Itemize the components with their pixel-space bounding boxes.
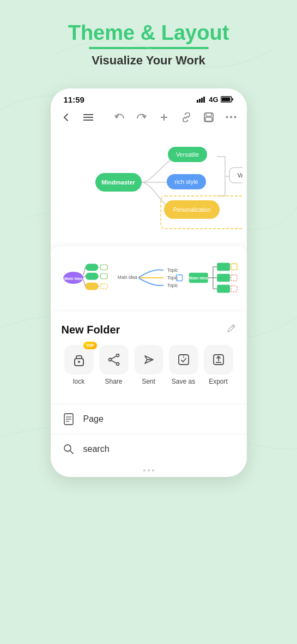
more-button[interactable] <box>225 110 238 125</box>
share-icon-wrap <box>99 345 129 374</box>
search-label: search <box>83 444 110 454</box>
layout-preview-curved[interactable]: Main idea Topic Topic Topic <box>113 256 183 300</box>
svg-rect-6 <box>221 98 230 102</box>
svg-line-65 <box>232 326 234 327</box>
redo-button[interactable] <box>135 110 149 125</box>
header-title: Theme & Layout <box>11 22 286 45</box>
svg-text:Main idea: Main idea <box>189 276 208 281</box>
export-icon-wrap <box>204 345 233 374</box>
svg-text:Main Idea: Main Idea <box>64 276 82 281</box>
svg-rect-62 <box>231 264 237 270</box>
mindmap-svg: Mindmaster Versatile rich style Personal… <box>55 130 243 240</box>
svg-rect-40 <box>100 284 107 289</box>
dot-3 <box>152 469 154 472</box>
action-lock[interactable]: VIP lock <box>64 345 94 385</box>
svg-point-69 <box>108 358 111 361</box>
page-icon <box>62 412 76 426</box>
svg-point-17 <box>230 116 232 118</box>
action-sent[interactable]: Sent <box>134 345 163 385</box>
svg-line-12 <box>185 116 187 118</box>
svg-point-81 <box>64 445 71 451</box>
vip-badge: VIP <box>83 342 97 349</box>
add-button[interactable] <box>157 110 171 125</box>
mindmap-area: Mindmaster Versatile rich style Personal… <box>55 130 243 240</box>
menu-item-page[interactable]: Page <box>51 404 247 434</box>
save-as-label: Save as <box>172 378 195 385</box>
svg-rect-59 <box>217 263 230 271</box>
back-button[interactable] <box>59 110 73 125</box>
svg-text:Various maps: Various maps <box>237 172 242 178</box>
svg-rect-39 <box>100 273 107 278</box>
svg-line-43 <box>83 279 86 286</box>
layout-preview-tree[interactable]: Main idea <box>188 256 238 300</box>
svg-rect-5 <box>232 98 233 100</box>
link-button[interactable] <box>180 110 193 125</box>
svg-point-67 <box>78 361 80 363</box>
layout-strip: Main Idea Main idea Topic <box>51 246 247 309</box>
dot-2 <box>148 469 150 472</box>
svg-rect-74 <box>179 355 189 365</box>
phone-mockup: 11:59 4G <box>51 88 247 477</box>
svg-text:Main idea: Main idea <box>118 275 137 280</box>
export-label: Export <box>209 378 228 385</box>
lock-label: lock <box>73 378 84 385</box>
svg-rect-0 <box>197 100 198 103</box>
dot-1 <box>143 469 146 472</box>
svg-rect-64 <box>231 285 237 291</box>
signal-icon <box>197 96 207 103</box>
folder-header: New Folder <box>62 324 236 336</box>
page-label: Page <box>83 414 104 424</box>
svg-point-70 <box>116 362 119 365</box>
header-section: Theme & Layout Visualize Your Work <box>0 0 297 79</box>
svg-rect-38 <box>100 265 107 270</box>
folder-edit-icon[interactable] <box>226 324 236 336</box>
svg-rect-15 <box>205 117 212 121</box>
svg-rect-61 <box>217 285 230 293</box>
undo-button[interactable] <box>113 110 126 125</box>
phone-toolbar <box>51 106 247 130</box>
action-grid: VIP lock Share Sent <box>62 345 236 385</box>
action-export[interactable]: Export <box>204 345 233 385</box>
header-underline <box>89 47 209 49</box>
battery-icon <box>221 96 234 103</box>
svg-point-68 <box>116 354 119 356</box>
bottom-dots <box>51 464 247 477</box>
lock-icon-wrap: VIP <box>64 345 94 374</box>
svg-rect-37 <box>85 283 98 290</box>
svg-rect-1 <box>199 99 201 103</box>
svg-rect-36 <box>85 273 98 280</box>
svg-line-41 <box>83 267 86 275</box>
svg-line-82 <box>70 451 73 454</box>
folder-section: New Folder VIP lock Share <box>51 314 247 404</box>
svg-text:Mindmaster: Mindmaster <box>101 179 135 186</box>
svg-rect-35 <box>85 264 98 271</box>
svg-rect-60 <box>217 273 230 282</box>
status-icons: 4G <box>197 96 233 104</box>
svg-text:Versatile: Versatile <box>175 151 198 158</box>
svg-line-72 <box>111 360 116 363</box>
title-text: Theme & Layout <box>68 21 229 44</box>
folder-title: New Folder <box>62 324 120 336</box>
svg-point-18 <box>234 116 237 118</box>
svg-point-16 <box>226 116 228 118</box>
network-label: 4G <box>209 96 218 104</box>
layout-preview-radial[interactable]: Main Idea <box>59 256 110 300</box>
status-time: 11:59 <box>64 95 84 104</box>
svg-text:rich style: rich style <box>174 178 198 185</box>
search-icon <box>62 442 76 456</box>
menu-item-search[interactable]: search <box>51 434 247 464</box>
save-as-icon-wrap <box>169 345 198 374</box>
menu-button[interactable] <box>82 110 95 125</box>
svg-rect-3 <box>203 97 205 103</box>
action-share[interactable]: Share <box>99 345 129 385</box>
action-save-as[interactable]: Save as <box>169 345 198 385</box>
svg-line-71 <box>111 356 116 359</box>
menu-list: Page search <box>51 404 247 464</box>
sent-label: Sent <box>142 378 155 385</box>
save-button[interactable] <box>202 110 216 125</box>
svg-text:Topic: Topic <box>167 268 178 273</box>
sent-icon-wrap <box>134 345 163 374</box>
share-label: Share <box>105 378 122 385</box>
svg-rect-2 <box>201 98 203 103</box>
status-bar: 11:59 4G <box>51 88 247 106</box>
